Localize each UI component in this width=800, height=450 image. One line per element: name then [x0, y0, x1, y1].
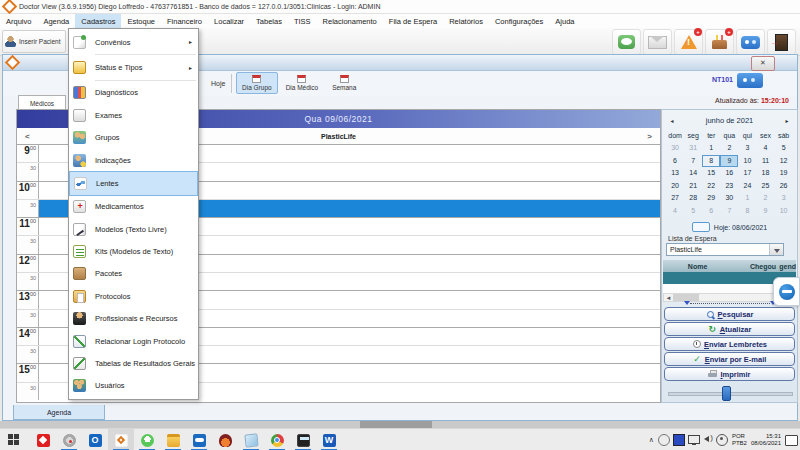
toolbar-contacts-icon-button[interactable] — [736, 29, 765, 55]
app-sniptool[interactable] — [56, 429, 82, 450]
slider-handle[interactable] — [722, 386, 731, 401]
app-explorer[interactable] — [160, 429, 186, 450]
toolbar-chat-icon-button[interactable] — [612, 29, 641, 55]
calendar-day[interactable]: 31 — [684, 142, 702, 154]
scroll-left-icon[interactable]: ◄ — [664, 295, 673, 301]
calendar-day[interactable]: 22 — [702, 180, 720, 192]
menu-item-medicamentos[interactable]: Medicamentos — [69, 196, 198, 218]
today-button[interactable]: Hoje — [205, 75, 231, 92]
calendar-day[interactable]: 4 — [756, 142, 774, 154]
online-users-button[interactable] — [737, 73, 763, 88]
menubar-item-estoque[interactable]: Estoque — [121, 14, 161, 28]
calendar-day[interactable]: 23 — [720, 180, 738, 192]
waitlist-column-nome[interactable]: Nome — [663, 263, 732, 270]
calendar-day[interactable]: 16 — [720, 167, 738, 179]
calendar-day[interactable]: 18 — [756, 167, 774, 179]
menu-item-pacotes[interactable]: Pacotes — [69, 263, 198, 285]
user-tray-icon[interactable] — [716, 434, 728, 446]
start-button[interactable] — [8, 434, 19, 445]
calendar-day[interactable]: 10 — [775, 205, 793, 217]
app-calculator[interactable] — [290, 429, 316, 450]
view-button-dia-grupo[interactable]: Dia Grupo — [236, 72, 278, 94]
calendar-day[interactable]: 9 — [720, 155, 738, 167]
app-chrome[interactable] — [264, 429, 290, 450]
next-resource-button[interactable]: > — [647, 132, 652, 141]
calendar-day[interactable]: 29 — [702, 192, 720, 204]
tab-agenda[interactable]: Agenda — [13, 405, 105, 420]
menubar-item-cadastros[interactable]: Cadastros — [75, 14, 121, 28]
calendar-day[interactable]: 25 — [756, 180, 774, 192]
calendar-day[interactable]: 5 — [684, 205, 702, 217]
menubar-item-fila-de-espera[interactable]: Fila de Espera — [383, 14, 443, 28]
menubar-item-relacionamento[interactable]: Relacionamento — [317, 14, 383, 28]
app-spotify[interactable] — [134, 429, 160, 450]
taskbar-clock[interactable]: 15:31 08/06/2021 — [751, 433, 781, 447]
app-notes[interactable] — [238, 429, 264, 450]
calendar-prev-icon[interactable]: ◄ — [666, 118, 678, 124]
notification-center-icon[interactable] — [785, 435, 798, 446]
menubar-item-ajuda[interactable]: Ajuda — [549, 14, 580, 28]
menu-item-grupos[interactable]: Grupos — [69, 127, 198, 149]
chevron-down-icon[interactable] — [769, 244, 783, 255]
zoom-slider[interactable] — [684, 299, 776, 307]
app-outlook[interactable]: O — [82, 429, 108, 450]
prev-resource-button[interactable]: < — [25, 132, 30, 141]
menu-item-kits-modelos-de-texto-[interactable]: Kits (Modelos de Texto) — [69, 240, 198, 262]
menubar-item-tabelas[interactable]: Tabelas — [250, 14, 288, 28]
calendar-day[interactable]: 7 — [720, 205, 738, 217]
calendar-day[interactable]: 12 — [775, 155, 793, 167]
app-doctorview[interactable] — [108, 429, 134, 450]
menubar-item-localizar[interactable]: Localizar — [208, 14, 250, 28]
calendar-day[interactable]: 15 — [702, 167, 720, 179]
chip-icon[interactable] — [673, 434, 685, 446]
toolbar-mail-icon-button[interactable] — [643, 29, 672, 55]
calendar-day[interactable]: 8 — [702, 155, 720, 167]
button-imprimir[interactable]: Imprimir — [664, 367, 795, 381]
menubar-item-arquivo[interactable]: Arquivo — [0, 14, 37, 28]
menu-item-protocolos[interactable]: Protocolos — [69, 285, 198, 307]
calendar-day[interactable]: 2 — [756, 192, 774, 204]
calendar-day[interactable]: 30 — [720, 192, 738, 204]
menubar-item-configura-es[interactable]: Configurações — [489, 14, 549, 28]
calendar-day[interactable]: 5 — [775, 142, 793, 154]
calendar-day[interactable]: 9 — [756, 205, 774, 217]
button-enviar-lembretes[interactable]: Enviar Lembretes — [664, 337, 795, 351]
language-indicator[interactable]: POR PTB2 — [732, 433, 747, 447]
calendar-day[interactable]: 17 — [738, 167, 756, 179]
time-scale-slider[interactable] — [668, 386, 791, 400]
calendar-day[interactable]: 27 — [666, 192, 684, 204]
waitlist-column-chegou[interactable]: Chegou — [732, 263, 776, 270]
app-firewall[interactable] — [212, 429, 238, 450]
button-enviar-por-e-mail[interactable]: ✓Enviar por E-mail — [664, 352, 795, 366]
calendar-day[interactable]: 24 — [738, 180, 756, 192]
calendar-day[interactable]: 11 — [756, 155, 774, 167]
view-button-semana[interactable]: Semana — [326, 72, 362, 94]
calendar-day[interactable]: 3 — [738, 142, 756, 154]
calendar-day[interactable]: 30 — [666, 142, 684, 154]
calendar-day[interactable]: 20 — [666, 180, 684, 192]
menu-item-indica-es[interactable]: Indicações — [69, 149, 198, 171]
menu-item-profissionais-e-recursos[interactable]: Profissionais e Recursos — [69, 308, 198, 330]
button-pesquisar[interactable]: Pesquisar — [664, 307, 795, 321]
calendar-day[interactable]: 8 — [738, 205, 756, 217]
menu-item-relacionar-login-protocolo[interactable]: Relacionar Login Protocolo — [69, 330, 198, 352]
insert-patient-button[interactable]: Inserir Pacient — [2, 30, 66, 53]
menubar-item-tiss[interactable]: TISS — [288, 14, 317, 28]
calendar-day[interactable]: 1 — [702, 142, 720, 154]
calendar-day[interactable]: 13 — [666, 167, 684, 179]
menu-item-status-e-tipos[interactable]: Status e Tipos► — [69, 56, 198, 78]
calendar-day[interactable]: 1 — [738, 192, 756, 204]
close-button[interactable]: ✕ — [751, 56, 775, 71]
toolbar-birthday-icon-button[interactable]: + — [705, 29, 734, 55]
menu-item-lentes[interactable]: Lentes — [69, 171, 198, 195]
calendar-day[interactable]: 2 — [720, 142, 738, 154]
menubar-item-agenda[interactable]: Agenda — [37, 14, 75, 28]
calendar-day[interactable]: 3 — [775, 192, 793, 204]
view-button-dia-m-dico[interactable]: Dia Médico — [280, 72, 325, 94]
cloud-icon[interactable] — [658, 434, 670, 446]
menubar-item-financeiro[interactable]: Financeiro — [161, 14, 208, 28]
calendar-day[interactable]: 10 — [738, 155, 756, 167]
waitlist-combobox[interactable]: PlasticLife — [666, 243, 784, 256]
tab-medicos[interactable]: Médicos — [18, 95, 66, 110]
menu-item-usu-rios[interactable]: Usuários — [69, 375, 198, 397]
